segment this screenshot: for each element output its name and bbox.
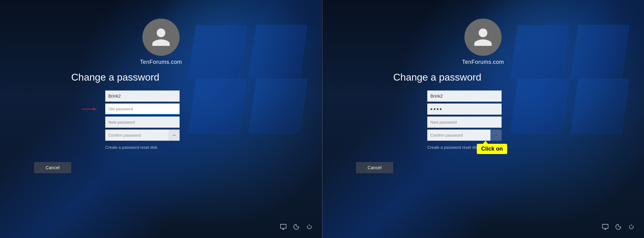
monitor-icon-right[interactable] (602, 223, 609, 232)
reset-link-right[interactable]: Create a password reset disk (427, 145, 479, 150)
panel-divider (322, 0, 323, 238)
avatar-right (464, 19, 502, 56)
old-password-row-left (105, 104, 180, 115)
username-left: TenForums.com (140, 59, 182, 65)
old-password-row-right (427, 104, 502, 115)
title-right: Change a password (393, 72, 481, 83)
panel-left: TenForums.com Change a password (0, 0, 322, 238)
account-row-left (105, 90, 180, 102)
confirm-password-row-right: → Click on (427, 130, 502, 141)
title-left: Change a password (71, 72, 159, 83)
confirm-password-row-left: → (105, 130, 180, 141)
old-password-field-left[interactable] (105, 104, 180, 115)
monitor-icon-left[interactable] (280, 223, 287, 232)
sleep-icon-left[interactable] (293, 223, 300, 232)
red-arrow-icon (80, 106, 99, 112)
bottom-icons-left (280, 223, 313, 232)
username-right: TenForums.com (462, 59, 504, 65)
svg-rect-2 (281, 224, 286, 228)
avatar-left (142, 19, 180, 56)
user-icon-right (472, 26, 494, 48)
cancel-button-left[interactable]: Cancel (34, 162, 71, 173)
reset-link-left[interactable]: Create a password reset disk (105, 145, 157, 150)
new-password-row-right (427, 117, 502, 128)
power-icon-left[interactable] (306, 223, 313, 232)
user-icon-left (150, 26, 172, 48)
panel-right: TenForums.com Change a password → Cli (322, 0, 644, 238)
submit-button-right[interactable]: → (490, 130, 502, 141)
content-left: TenForums.com Change a password (0, 19, 322, 173)
new-password-field-left[interactable] (105, 117, 180, 128)
form-right: → Click on Create a password reset disk (427, 90, 502, 150)
svg-rect-5 (603, 224, 608, 228)
account-field-right[interactable] (427, 90, 502, 102)
new-password-field-right[interactable] (427, 117, 502, 128)
content-right: TenForums.com Change a password → Cli (322, 19, 644, 173)
account-field-left[interactable] (105, 90, 180, 102)
sleep-icon-right[interactable] (615, 223, 622, 232)
arrow-indicator-left (80, 106, 99, 112)
click-on-annotation: Click on (477, 144, 507, 154)
cancel-button-right[interactable]: Cancel (356, 162, 393, 173)
new-password-row-left (105, 117, 180, 128)
account-row-right (427, 90, 502, 102)
power-icon-right[interactable] (628, 223, 635, 232)
submit-button-left[interactable]: → (168, 130, 180, 141)
form-left: → Create a password reset disk (105, 90, 180, 150)
confirm-password-field-right[interactable] (427, 130, 490, 141)
old-password-field-right[interactable] (427, 104, 502, 115)
bottom-icons-right (602, 223, 635, 232)
